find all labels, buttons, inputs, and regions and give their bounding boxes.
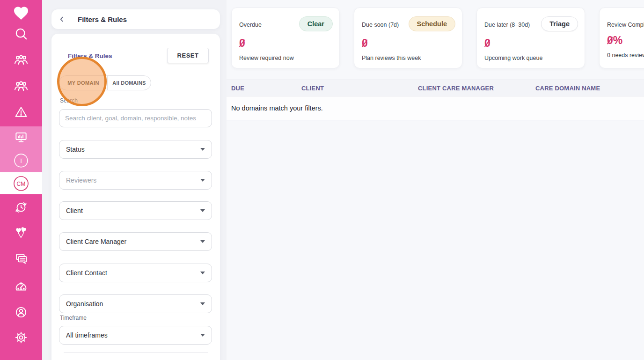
column-header-due: DUE	[231, 85, 301, 92]
panel-divider	[64, 352, 208, 353]
review-compliance-card-title: Review Compliance	[607, 22, 644, 28]
client-contact-filter-label: Client Contact	[66, 269, 107, 277]
due-later-count: 0	[484, 37, 490, 50]
sidebar-item-favorites[interactable]	[0, 5, 42, 22]
sidebar-item-cm-avatar-active[interactable]: CM	[0, 176, 42, 191]
review-compliance-percent: 0%	[607, 34, 622, 47]
speedometer-icon	[14, 279, 29, 294]
heart-balloons-icon	[14, 225, 29, 240]
empty-state-message: No domains match your filters.	[231, 104, 323, 112]
overdue-count: 0	[239, 37, 245, 50]
due-soon-caption: Plan reviews this week	[362, 55, 421, 61]
chevron-down-icon	[200, 179, 205, 182]
sidebar-item-search[interactable]	[0, 26, 42, 41]
chevron-down-icon	[200, 240, 205, 243]
sidebar-item-performance[interactable]	[0, 279, 42, 294]
triage-button[interactable]: Triage	[541, 16, 578, 31]
due-later-card: Due later (8–30d) Triage 0 Upcoming work…	[476, 7, 585, 68]
timeframe-dropdown[interactable]: All timeframes	[59, 326, 212, 345]
person-circle-icon	[14, 305, 29, 320]
cm-avatar-icon: CM	[13, 176, 29, 191]
search-input[interactable]	[59, 109, 212, 127]
cm-avatar-label: CM	[17, 181, 26, 187]
column-header-client: CLIENT	[301, 85, 418, 92]
due-soon-card: Due soon (7d) Schedule 0 Plan reviews th…	[354, 7, 462, 68]
client-care-manager-filter-dropdown[interactable]: Client Care Manager	[59, 232, 212, 251]
sidebar-item-profile[interactable]	[0, 305, 42, 320]
reviewers-filter-dropdown[interactable]: Reviewers	[59, 171, 212, 190]
page-title: Filters & Rules	[78, 15, 127, 23]
column-header-client-care-manager: CLIENT CARE MANAGER	[418, 85, 535, 92]
heart-icon	[13, 5, 29, 22]
filters-panel-heading: Filters & Rules	[68, 52, 112, 59]
search-label: Search	[60, 97, 78, 104]
organisation-filter-dropdown[interactable]: Organisation	[59, 294, 212, 313]
timeframe-value: All timeframes	[66, 331, 108, 339]
status-filter-dropdown[interactable]: Status	[59, 140, 212, 159]
review-compliance-caption: 0 needs review	[607, 52, 644, 59]
sidebar-item-history[interactable]	[0, 200, 42, 215]
chat-bubbles-icon	[14, 251, 29, 266]
chevron-down-icon	[200, 148, 205, 151]
t-avatar-label: T	[19, 157, 23, 164]
timeframe-label: Timeframe	[60, 315, 87, 321]
client-care-manager-filter-label: Client Care Manager	[66, 238, 126, 245]
sidebar: T CM	[0, 0, 42, 360]
domain-toggle-group: MY DOMAIN All DOMAINS	[59, 75, 151, 90]
chevron-down-icon	[200, 209, 205, 212]
tab-all-domains[interactable]: All DOMAINS	[107, 76, 151, 90]
table-empty-row: No domains match your filters.	[227, 96, 644, 120]
client-filter-label: Client	[66, 207, 83, 214]
sidebar-item-messages[interactable]	[0, 251, 42, 266]
clear-button[interactable]: Clear	[299, 16, 333, 31]
sidebar-item-alerts[interactable]	[0, 104, 42, 119]
chevron-left-icon	[58, 15, 66, 23]
organisation-filter-label: Organisation	[66, 300, 103, 308]
monitor-chart-icon	[14, 130, 29, 145]
gear-icon	[14, 330, 29, 345]
clock-history-icon	[14, 200, 29, 215]
tab-my-domain[interactable]: MY DOMAIN	[59, 76, 107, 90]
client-contact-filter-dropdown[interactable]: Client Contact	[59, 264, 212, 282]
status-filter-label: Status	[66, 146, 85, 153]
filters-panel: Filters & Rules RESET MY DOMAIN All DOMA…	[51, 34, 220, 360]
due-soon-count: 0	[362, 37, 368, 50]
overdue-caption: Review required now	[239, 55, 294, 61]
domains-table-header: DUE CLIENT CLIENT CARE MANAGER CARE DOMA…	[227, 80, 644, 96]
sidebar-item-reports[interactable]	[0, 130, 42, 145]
column-header-care-domain-name: CARE DOMAIN NAME	[535, 85, 644, 92]
sidebar-item-care-team[interactable]	[0, 78, 42, 94]
page-header-card: Filters & Rules	[51, 9, 220, 29]
search-icon	[14, 26, 29, 41]
chevron-down-icon	[200, 272, 205, 274]
reviewers-filter-label: Reviewers	[66, 176, 96, 184]
due-later-caption: Upcoming work queue	[484, 55, 542, 61]
sidebar-item-clients[interactable]	[0, 52, 42, 68]
client-filter-dropdown[interactable]: Client	[59, 201, 212, 220]
people-group-icon	[13, 78, 29, 94]
sidebar-item-settings[interactable]	[0, 330, 42, 345]
chevron-down-icon	[200, 334, 205, 337]
back-button[interactable]	[51, 9, 72, 29]
sidebar-item-celebrations[interactable]	[0, 225, 42, 240]
t-avatar-icon: T	[14, 153, 29, 168]
sidebar-item-t-avatar[interactable]: T	[0, 153, 42, 168]
due-soon-card-title: Due soon (7d)	[362, 22, 399, 28]
overdue-card: Overdue Clear 0 Review required now	[231, 7, 340, 68]
reset-button[interactable]: RESET	[167, 48, 209, 63]
schedule-button[interactable]: Schedule	[409, 16, 455, 31]
due-later-card-title: Due later (8–30d)	[484, 22, 530, 28]
review-compliance-card: Review Compliance 0% 0 needs review	[599, 7, 644, 68]
overdue-card-title: Overdue	[239, 22, 262, 28]
chevron-down-icon	[200, 302, 205, 305]
warning-triangle-icon	[14, 104, 29, 119]
summary-cards-row: Overdue Clear 0 Review required now Due …	[231, 7, 644, 68]
people-group-icon	[13, 52, 29, 68]
